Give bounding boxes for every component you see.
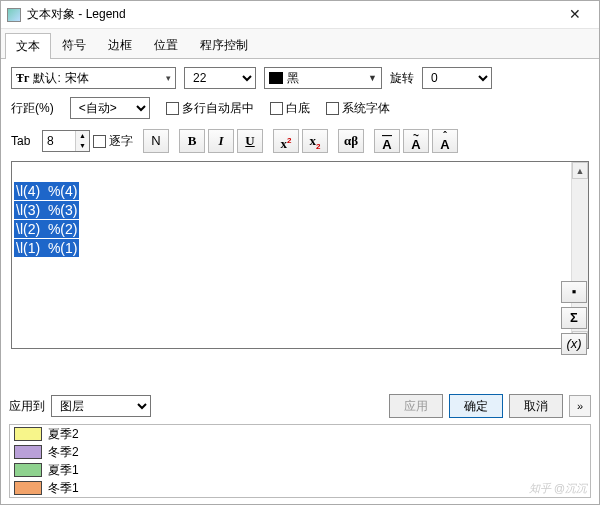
rotate-combo[interactable]: 0	[422, 67, 492, 89]
scroll-up-icon[interactable]: ▲	[572, 162, 588, 179]
legend-name: 夏季2	[48, 426, 79, 443]
chevron-down-icon: ▼	[368, 73, 377, 83]
expand-button[interactable]: »	[569, 395, 591, 417]
truetype-icon: Ŧг	[16, 71, 29, 86]
color-label: 黑	[287, 70, 299, 87]
legend-item[interactable]: 夏季2	[10, 425, 590, 443]
rotate-label: 旋转	[390, 70, 414, 87]
checkbox-icon	[270, 102, 283, 115]
font-prefix: 默认:	[33, 70, 60, 87]
legend-item[interactable]: 冬季1	[10, 479, 590, 497]
bold-button[interactable]: B	[179, 129, 205, 153]
linespacing-label: 行距(%)	[11, 100, 54, 117]
multiline-center-checkbox[interactable]: 多行自动居中	[166, 100, 254, 117]
legend-name: 夏季1	[48, 462, 79, 479]
font-size-combo[interactable]: 22	[184, 67, 256, 89]
editor-line: \l(4) %(4)	[14, 182, 79, 200]
legend-name: 冬季1	[48, 480, 79, 497]
hat-button[interactable]: ˆA	[432, 129, 458, 153]
overline-button[interactable]: —A	[374, 129, 400, 153]
tab-size-stepper[interactable]: ▲▼	[42, 130, 90, 152]
tab-size-input[interactable]	[43, 131, 75, 151]
normal-button[interactable]: N	[143, 129, 169, 153]
ok-button[interactable]: 确定	[449, 394, 503, 418]
format-toolbar: Tab ▲▼ 逐字 N B I U x2 x2 αβ —A ~A ˆA	[11, 129, 589, 153]
apply-to-label: 应用到	[9, 398, 45, 415]
verbatim-checkbox[interactable]: 逐字	[93, 133, 133, 150]
subscript-button[interactable]: x2	[302, 129, 328, 153]
window-title: 文本对象 - Legend	[27, 6, 555, 23]
checkbox-icon	[326, 102, 339, 115]
underline-button[interactable]: U	[237, 129, 263, 153]
spacing-row: 行距(%) <自动> 多行自动居中 白底 系统字体	[11, 97, 589, 119]
tab-text[interactable]: 文本	[5, 33, 51, 59]
legend-preview: 夏季2 冬季2 夏季1 冬季1	[9, 424, 591, 498]
sigma-button[interactable]: Σ	[561, 307, 587, 329]
font-combo[interactable]: Ŧг 默认: 宋体 ▾	[11, 67, 176, 89]
legend-item[interactable]: 冬季2	[10, 443, 590, 461]
apply-to-combo[interactable]: 图层	[51, 395, 151, 417]
text-editor-wrap: \l(4) %(4) \l(3) %(3) \l(2) %(2) \l(1) %…	[11, 161, 589, 349]
system-font-checkbox[interactable]: 系统字体	[326, 100, 390, 117]
legend-swatch	[14, 463, 42, 477]
text-editor[interactable]: \l(4) %(4) \l(3) %(3) \l(2) %(2) \l(1) %…	[12, 162, 571, 348]
variable-button[interactable]: (x)	[561, 333, 587, 355]
legend-swatch	[14, 427, 42, 441]
font-name: 宋体	[65, 70, 89, 87]
legend-swatch	[14, 481, 42, 495]
titlebar: 文本对象 - Legend ✕	[1, 1, 599, 29]
tab-label: Tab	[11, 134, 39, 148]
tab-border[interactable]: 边框	[97, 32, 143, 58]
tab-symbol[interactable]: 符号	[51, 32, 97, 58]
white-bg-checkbox[interactable]: 白底	[270, 100, 310, 117]
color-combo[interactable]: 黑 ▼	[264, 67, 382, 89]
greek-button[interactable]: αβ	[338, 129, 364, 153]
legend-swatch	[14, 445, 42, 459]
editor-line: \l(3) %(3)	[14, 201, 79, 219]
legend-name: 冬季2	[48, 444, 79, 461]
tab-strip: 文本 符号 边框 位置 程序控制	[1, 29, 599, 59]
close-button[interactable]: ✕	[555, 2, 595, 28]
app-icon	[7, 8, 21, 22]
font-row: Ŧг 默认: 宋体 ▾ 22 黑 ▼ 旋转 0	[11, 67, 589, 89]
cancel-button[interactable]: 取消	[509, 394, 563, 418]
checkbox-icon	[93, 135, 106, 148]
apply-button[interactable]: 应用	[389, 394, 443, 418]
side-toolbar: ▪ Σ (x)	[561, 281, 587, 355]
tilde-button[interactable]: ~A	[403, 129, 429, 153]
editor-line: \l(1) %(1)	[14, 239, 79, 257]
legend-item[interactable]: 夏季1	[10, 461, 590, 479]
color-swatch	[269, 72, 283, 84]
tab-programming[interactable]: 程序控制	[189, 32, 259, 58]
symbol-button[interactable]: ▪	[561, 281, 587, 303]
linespacing-combo[interactable]: <自动>	[70, 97, 150, 119]
tab-position[interactable]: 位置	[143, 32, 189, 58]
editor-line: \l(2) %(2)	[14, 220, 79, 238]
text-object-dialog: 文本对象 - Legend ✕ 文本 符号 边框 位置 程序控制 Ŧг 默认: …	[0, 0, 600, 505]
dialog-buttons-row: 应用到 图层 应用 确定 取消 »	[1, 390, 599, 424]
chevron-down-icon: ▾	[166, 73, 171, 83]
italic-button[interactable]: I	[208, 129, 234, 153]
checkbox-icon	[166, 102, 179, 115]
superscript-button[interactable]: x2	[273, 129, 299, 153]
tab-content: Ŧг 默认: 宋体 ▾ 22 黑 ▼ 旋转 0 行距(%) <自动>	[1, 59, 599, 390]
spinner-icon[interactable]: ▲▼	[75, 131, 89, 151]
